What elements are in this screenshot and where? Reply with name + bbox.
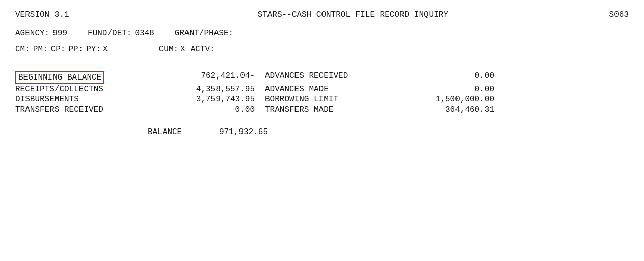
balance-label: BALANCE [148,127,209,137]
receipts-value: 4,358,557.95 [148,85,260,94]
pp-label: PP: [68,45,83,54]
agency-line: AGENCY: 999 FUND/DET: 0348 GRANT/PHASE: [15,29,629,38]
disbursements-value: 3,759,743.95 [148,95,260,104]
transfers-received-value: 0.00 [148,105,260,114]
agency-value: 999 [52,29,67,38]
highlighted-label: BEGINNING BALANCE [15,71,104,84]
cp-label: CP: [51,45,66,54]
main-screen: VERSION 3.1 STARS--CASH CONTROL FILE REC… [15,10,629,137]
table-row: TRANSFERS RECEIVED 0.00 TRANSFERS MADE 3… [15,105,629,114]
beginning-balance-label: BEGINNING BALANCE [15,71,148,84]
receipts-label: RECEIPTS/COLLECTNS [15,85,148,94]
agency-label: AGENCY: [15,29,49,38]
title: STARS--CASH CONTROL FILE RECORD INQUIRY [97,10,609,19]
borrowing-limit-label: BORROWING LIMIT [260,95,392,104]
disbursements-label: DISBURSEMENTS [15,95,148,104]
table-row: DISBURSEMENTS 3,759,743.95 BORROWING LIM… [15,95,629,104]
transfers-made-label: TRANSFERS MADE [260,105,392,114]
advances-received-label: ADVANCES RECEIVED [260,71,392,84]
grant-label: GRANT/PHASE: [175,29,233,38]
fund-label: FUND/DET: [88,29,131,38]
mode-line: CM: PM: CP: PP: PY: X CUM: X ACTV: [15,45,629,54]
transfers-made-value: 364,460.31 [392,105,494,114]
header-line: VERSION 3.1 STARS--CASH CONTROL FILE REC… [15,10,629,19]
pm-label: PM: [33,45,48,54]
advances-made-value: 0.00 [392,85,494,94]
table-row: BEGINNING BALANCE 762,421.04- ADVANCES R… [15,71,629,84]
borrowing-limit-value: 1,500,000.00 [392,95,494,104]
data-table: BEGINNING BALANCE 762,421.04- ADVANCES R… [15,71,629,114]
balance-value: 971,932.65 [209,127,268,137]
cum-label: CUM: [159,45,178,54]
advances-made-label: ADVANCES MADE [260,85,392,94]
cum-value: X [180,45,185,54]
table-row: RECEIPTS/COLLECTNS 4,358,557.95 ADVANCES… [15,85,629,94]
advances-received-value: 0.00 [392,71,494,84]
py-label: PY: [86,45,101,54]
cm-label: CM: [15,45,30,54]
version-label: VERSION 3.1 [15,10,97,19]
beginning-balance-value: 762,421.04- [148,71,260,84]
py-value: X [103,45,108,54]
transfers-received-label: TRANSFERS RECEIVED [15,105,148,114]
screen-code: S063 [609,10,629,19]
fund-value: 0348 [135,29,154,38]
balance-section: BALANCE 971,932.65 [15,127,629,137]
actv-label: ACTV: [191,45,215,54]
